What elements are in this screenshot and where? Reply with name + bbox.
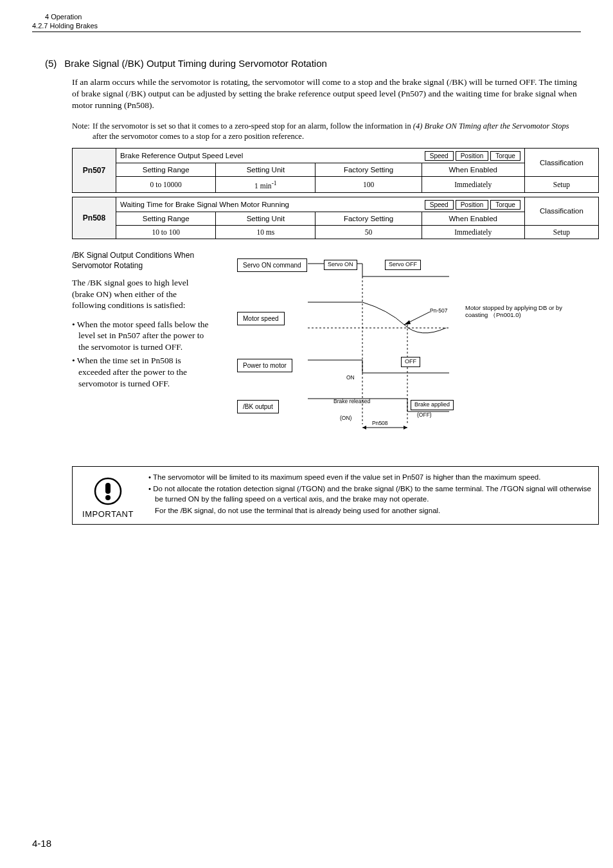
- on-tiny: (ON): [340, 415, 351, 421]
- brake-applied-box: Brake applied: [411, 400, 454, 410]
- th-unit: Setting Unit: [216, 163, 315, 177]
- brake-released: Brake released: [333, 399, 370, 404]
- pn508-id: Pn508: [73, 197, 116, 239]
- badge-speed: Speed: [425, 200, 454, 210]
- svg-marker-8: [404, 320, 411, 325]
- th-range: Setting Range: [116, 163, 216, 177]
- svg-rect-19: [105, 483, 111, 494]
- important-note: IMPORTANT • The servomotor will be limit…: [72, 466, 599, 525]
- label-bk-output: /BK output: [237, 400, 279, 413]
- section-number: (5): [45, 58, 57, 69]
- off-tiny: (OFF): [417, 411, 432, 418]
- th-range: Setting Range: [116, 212, 216, 225]
- important-bullet-2: • Do not allocate the rotation detection…: [148, 484, 592, 504]
- label-motor-speed: Motor speed: [237, 312, 285, 325]
- th-enabled: When Enabled: [422, 163, 524, 177]
- section-title: (5) Brake Signal (/BK) Output Timing dur…: [45, 58, 581, 69]
- badge-speed: Speed: [425, 151, 454, 161]
- pn508-range: 10 to 100: [116, 225, 216, 239]
- intro-paragraph: If an alarm occurs while the servomotor …: [72, 77, 581, 112]
- pn508-title: Waiting Time for Brake Signal When Motor…: [120, 201, 289, 208]
- bk-para: The /BK signal goes to high level (brake…: [72, 277, 211, 311]
- important-label: IMPORTANT: [79, 509, 137, 519]
- pn507-id: Pn507: [73, 149, 116, 193]
- th-unit: Setting Unit: [216, 212, 315, 225]
- badge-torque: Torque: [490, 151, 520, 161]
- header-rule: [32, 32, 581, 32]
- classification-header: Classification: [524, 197, 598, 225]
- pn507-range: 0 to 10000: [116, 177, 216, 193]
- pn508-unit: 10 ms: [216, 225, 315, 239]
- note-body-2: after the servomotor comes to a stop for…: [93, 132, 304, 141]
- th-enabled: When Enabled: [422, 212, 524, 225]
- important-sub: For the /BK signal, do not use the termi…: [148, 505, 592, 516]
- note-label: Note:: [72, 121, 90, 131]
- th-factory: Factory Setting: [315, 212, 422, 225]
- important-bullet-1: • The servomotor will be limited to its …: [148, 472, 592, 482]
- chapter-header: 4 Operation: [45, 13, 581, 21]
- timing-diagram: Servo ON command Servo ON Servo OFF Moto…: [224, 251, 581, 444]
- pn507-title: Brake Reference Output Speed Level: [120, 152, 243, 159]
- section-title-text: Brake Signal (/BK) Output Timing during …: [64, 58, 327, 69]
- bk-bullet-1: • When the motor speed falls below the l…: [72, 319, 211, 353]
- param-table-pn507: Pn507 Brake Reference Output Speed Level…: [72, 148, 599, 193]
- pn508-factory: 50: [315, 225, 422, 239]
- on-text: ON: [346, 374, 355, 381]
- page-number: 4-18: [32, 838, 51, 849]
- pn508-annot: Pn508: [372, 420, 388, 426]
- pn507-annot: Pn-507: [430, 307, 447, 314]
- label-servo-on-cmd: Servo ON command: [237, 258, 307, 272]
- note-body-1: If the servomotor is set so that it come…: [93, 122, 413, 131]
- pn507-unit: 1 min-1: [216, 177, 315, 193]
- param-table-pn508: Pn508 Waiting Time for Brake Signal When…: [72, 197, 599, 239]
- motor-stop-annot: Motor stopped by applying DB or by coast…: [465, 304, 581, 319]
- badge-torque: Torque: [490, 200, 520, 210]
- badge-position: Position: [456, 200, 489, 210]
- svg-marker-16: [362, 426, 366, 429]
- classification-header: Classification: [524, 149, 598, 177]
- svg-point-20: [105, 495, 111, 500]
- pn507-class: Setup: [524, 177, 598, 193]
- off-box: OFF: [401, 357, 420, 367]
- pn507-factory: 100: [315, 177, 422, 193]
- bk-heading: /BK Signal Output Conditions When Servom…: [72, 251, 211, 271]
- label-servo-off: Servo OFF: [385, 260, 421, 270]
- note-ref: (4) Brake ON Timing after the Servomotor…: [413, 122, 569, 131]
- pn508-class: Setup: [524, 225, 598, 239]
- bk-bullet-2: • When the time set in Pn508 is exceeded…: [72, 355, 211, 389]
- th-factory: Factory Setting: [315, 163, 422, 177]
- section-header: 4.2.7 Holding Brakes: [32, 22, 581, 30]
- label-servo-on: Servo ON: [324, 260, 357, 270]
- badge-position: Position: [456, 151, 489, 161]
- label-power-motor: Power to motor: [237, 359, 292, 372]
- svg-marker-17: [404, 426, 407, 429]
- important-icon: IMPORTANT: [79, 472, 137, 519]
- pn508-enabled: Immediately: [422, 225, 524, 239]
- pn507-enabled: Immediately: [422, 177, 524, 193]
- note: Note: If the servomotor is set so that i…: [72, 121, 581, 142]
